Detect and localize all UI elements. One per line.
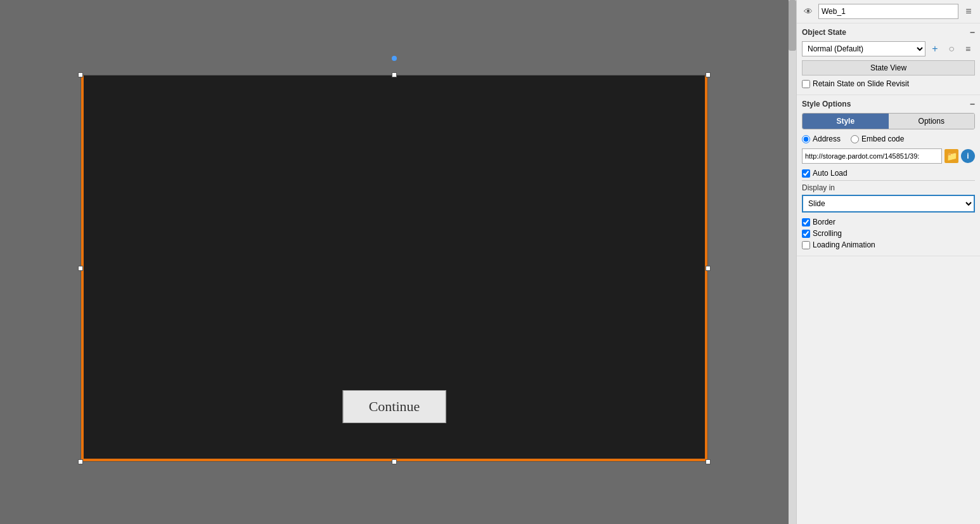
vertical-scrollbar[interactable] [789, 0, 796, 524]
scrollbar-thumb[interactable] [789, 0, 796, 51]
remove-state-button[interactable]: ○ [945, 42, 958, 56]
embed-code-label: Embed code [861, 134, 904, 143]
url-input[interactable] [802, 148, 942, 164]
auto-load-label: Auto Load [813, 169, 848, 178]
handle-top-right[interactable] [706, 72, 711, 77]
panel-header-row: 👁 ≡ [797, 0, 980, 23]
handle-middle-right[interactable] [706, 266, 711, 271]
loading-animation-row: Loading Animation [802, 240, 975, 249]
scrolling-label: Scrolling [813, 229, 842, 238]
state-dropdown-row: Normal (Default) + ○ ≡ [802, 41, 975, 56]
style-options-section: Style Options − Style Options Address Em… [797, 95, 980, 256]
address-radio[interactable] [802, 135, 810, 143]
rotation-handle[interactable] [392, 56, 397, 61]
canvas-area: Continue [0, 0, 789, 524]
eye-icon[interactable]: 👁 [802, 5, 815, 18]
web-object[interactable]: Continue [81, 75, 708, 462]
url-row: 📁 i [802, 148, 975, 164]
browse-folder-icon[interactable]: 📁 [945, 149, 958, 163]
style-tab[interactable]: Style [803, 114, 889, 129]
handle-top-left[interactable] [78, 72, 83, 77]
object-state-collapse[interactable]: − [970, 27, 975, 37]
object-name-input[interactable] [818, 4, 958, 19]
address-radio-item: Address [802, 134, 841, 143]
info-icon[interactable]: i [961, 149, 975, 163]
state-dropdown[interactable]: Normal (Default) [802, 41, 925, 56]
loading-animation-checkbox[interactable] [802, 241, 810, 249]
options-tab[interactable]: Options [889, 114, 975, 129]
retain-state-checkbox[interactable] [802, 80, 810, 88]
style-options-title: Style Options − [802, 99, 975, 109]
handle-middle-left[interactable] [78, 266, 83, 271]
panel-menu-icon[interactable]: ≡ [962, 5, 975, 18]
border-row: Border [802, 218, 975, 226]
divider [802, 180, 975, 181]
object-state-title: Object State − [802, 27, 975, 37]
border-checkbox[interactable] [802, 218, 810, 226]
scrolling-row: Scrolling [802, 229, 975, 238]
handle-bottom-left[interactable] [78, 459, 83, 464]
embed-radio-item: Embed code [851, 134, 904, 143]
embed-radio[interactable] [851, 135, 859, 143]
style-options-collapse[interactable]: − [970, 99, 975, 109]
loading-animation-label: Loading Animation [813, 240, 875, 249]
border-label: Border [813, 218, 835, 226]
handle-top-center[interactable] [392, 72, 397, 77]
scrolling-checkbox[interactable] [802, 230, 810, 238]
continue-button[interactable]: Continue [343, 390, 446, 423]
add-state-button[interactable]: + [928, 42, 942, 56]
object-state-label: Object State [802, 28, 846, 37]
state-view-button[interactable]: State View [802, 60, 975, 75]
source-type-row: Address Embed code [802, 134, 975, 143]
style-options-tabs: Style Options [802, 113, 975, 129]
display-in-dropdown[interactable]: Slide [802, 195, 975, 213]
auto-load-checkbox[interactable] [802, 169, 810, 178]
handle-bottom-right[interactable] [706, 459, 711, 464]
display-in-label: Display in [802, 183, 975, 192]
object-state-section: Object State − Normal (Default) + ○ ≡ St… [797, 23, 980, 95]
auto-load-row: Auto Load [802, 169, 975, 178]
state-options-button[interactable]: ≡ [961, 42, 975, 56]
retain-state-row: Retain State on Slide Revisit [802, 79, 975, 88]
address-label: Address [813, 134, 841, 143]
handle-bottom-center[interactable] [392, 459, 397, 464]
right-panel: 👁 ≡ Object State − Normal (Default) + ○ … [796, 0, 980, 524]
web-object-container: Continue [81, 75, 708, 462]
style-options-label: Style Options [802, 100, 851, 108]
retain-state-label: Retain State on Slide Revisit [813, 79, 909, 88]
